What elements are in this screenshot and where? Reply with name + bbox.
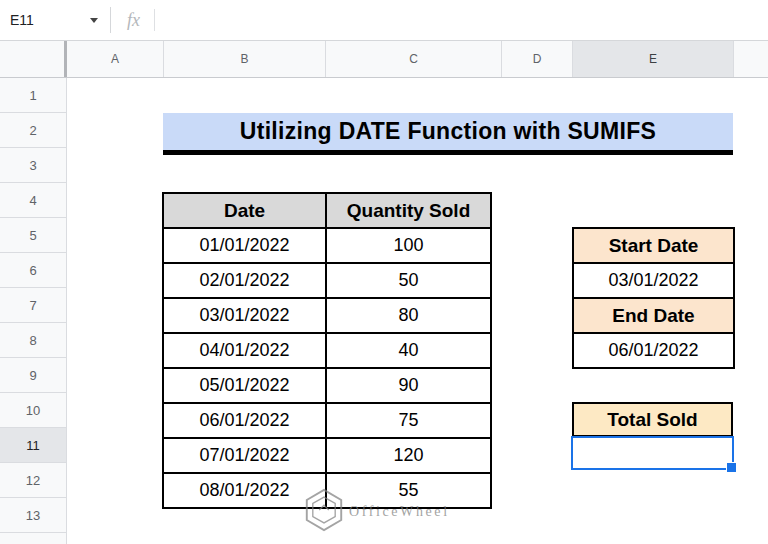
- end-date-label-cell[interactable]: End Date: [573, 298, 734, 333]
- quantity-cell[interactable]: 75: [326, 403, 491, 438]
- column-header-e-selected[interactable]: E: [572, 41, 733, 77]
- selected-cell-e11[interactable]: [571, 436, 734, 470]
- sales-table: Date Quantity Sold 01/01/2022 100 02/01/…: [162, 192, 492, 509]
- quantity-cell[interactable]: 80: [326, 298, 491, 333]
- formula-input[interactable]: [155, 0, 768, 40]
- name-box-value: E11: [10, 12, 34, 28]
- table-row: 03/01/2022 80: [163, 298, 491, 333]
- date-header-cell[interactable]: Date: [163, 193, 326, 228]
- date-cell[interactable]: 01/01/2022: [163, 228, 326, 263]
- quantity-cell[interactable]: 120: [326, 438, 491, 473]
- officewheel-watermark: OfficeWheel: [302, 487, 450, 537]
- row-header-13[interactable]: 13: [0, 498, 66, 533]
- table-header-row: Date Quantity Sold: [163, 193, 491, 228]
- fx-icon: fx: [127, 10, 140, 31]
- column-header-d[interactable]: D: [501, 41, 572, 77]
- start-date-value-cell[interactable]: 03/01/2022: [573, 263, 734, 298]
- row-header-11-selected[interactable]: 11: [0, 428, 66, 463]
- quantity-cell[interactable]: 90: [326, 368, 491, 403]
- date-cell[interactable]: 02/01/2022: [163, 263, 326, 298]
- row-header-8[interactable]: 8: [0, 323, 66, 358]
- table-row: 01/01/2022 100: [163, 228, 491, 263]
- row-header-1[interactable]: 1: [0, 78, 66, 113]
- row-header-9[interactable]: 9: [0, 358, 66, 393]
- watermark-text: OfficeWheel: [349, 504, 450, 520]
- end-date-value-cell[interactable]: 06/01/2022: [573, 333, 734, 368]
- table-row: 04/01/2022 40: [163, 333, 491, 368]
- quantity-header-cell[interactable]: Quantity Sold: [326, 193, 491, 228]
- spreadsheet-app: E11 fx A B C D E 1 2 3 4 5 6 7 8 9 10 11…: [0, 0, 768, 544]
- sheet-canvas: Utilizing DATE Function with SUMIFS Date…: [67, 78, 768, 544]
- row-header-12[interactable]: 12: [0, 463, 66, 498]
- title-cell[interactable]: Utilizing DATE Function with SUMIFS: [163, 113, 733, 155]
- row-header-5[interactable]: 5: [0, 218, 66, 253]
- table-row: 02/01/2022 50: [163, 263, 491, 298]
- row-header-4[interactable]: 4: [0, 183, 66, 218]
- row-header-7[interactable]: 7: [0, 288, 66, 323]
- divider: [110, 7, 111, 33]
- select-all-corner[interactable]: [0, 41, 67, 77]
- table-row: 06/01/2022 75: [163, 403, 491, 438]
- date-cell[interactable]: 07/01/2022: [163, 438, 326, 473]
- hexagon-logo-icon: [302, 487, 346, 537]
- date-cell[interactable]: 04/01/2022: [163, 333, 326, 368]
- date-cell[interactable]: 05/01/2022: [163, 368, 326, 403]
- criteria-block: Start Date 03/01/2022 End Date 06/01/202…: [572, 227, 735, 369]
- date-cell[interactable]: 03/01/2022: [163, 298, 326, 333]
- column-header-b[interactable]: B: [163, 41, 325, 77]
- quantity-cell[interactable]: 100: [326, 228, 491, 263]
- column-header-a[interactable]: A: [67, 41, 163, 77]
- row-header-10[interactable]: 10: [0, 393, 66, 428]
- table-row: 05/01/2022 90: [163, 368, 491, 403]
- column-header-strip: A B C D E: [0, 41, 768, 78]
- date-cell[interactable]: 06/01/2022: [163, 403, 326, 438]
- row-header-2[interactable]: 2: [0, 113, 66, 148]
- row-header-3[interactable]: 3: [0, 148, 66, 183]
- column-header-c[interactable]: C: [325, 41, 501, 77]
- name-box-dropdown-icon[interactable]: [90, 18, 98, 23]
- formula-bar: E11 fx: [0, 0, 768, 41]
- start-date-label-cell[interactable]: Start Date: [573, 228, 734, 263]
- row-header-strip: 1 2 3 4 5 6 7 8 9 10 11 12 13: [0, 78, 67, 544]
- total-sold-label-cell[interactable]: Total Sold: [572, 402, 733, 437]
- fill-handle[interactable]: [726, 462, 737, 473]
- row-header-6[interactable]: 6: [0, 253, 66, 288]
- row-header-14-partial[interactable]: [0, 533, 66, 544]
- name-box[interactable]: E11: [0, 0, 110, 40]
- quantity-cell[interactable]: 40: [326, 333, 491, 368]
- column-header-f-partial[interactable]: [733, 41, 768, 77]
- table-row: 07/01/2022 120: [163, 438, 491, 473]
- quantity-cell[interactable]: 50: [326, 263, 491, 298]
